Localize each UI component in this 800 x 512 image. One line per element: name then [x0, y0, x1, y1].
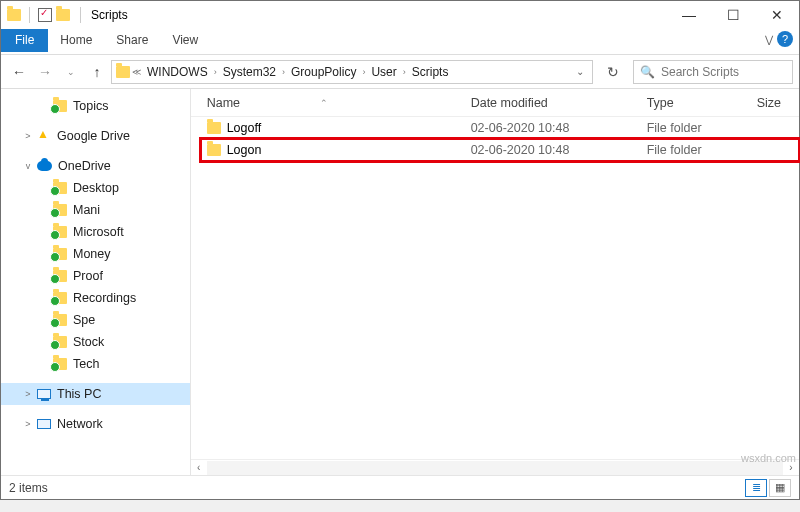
tree-item-label: Stock	[73, 335, 104, 349]
tree-item[interactable]: Spe	[1, 309, 190, 331]
tree-item-label: This PC	[57, 387, 101, 401]
qat-properties-icon[interactable]	[38, 8, 52, 22]
crumb[interactable]: WINDOWS	[143, 65, 212, 79]
tree-item[interactable]: Microsoft	[1, 221, 190, 243]
crumb[interactable]: System32	[219, 65, 280, 79]
expand-icon[interactable]: v	[23, 161, 33, 171]
tree-item[interactable]: Money	[1, 243, 190, 265]
sort-caret-icon: ⌃	[320, 98, 328, 108]
help-icon[interactable]: ?	[777, 31, 793, 47]
maximize-button[interactable]: ☐	[711, 1, 755, 29]
file-tab[interactable]: File	[1, 29, 48, 52]
search-icon: 🔍	[640, 65, 655, 79]
file-name: Logoff	[227, 121, 262, 135]
col-size[interactable]: Size	[751, 96, 799, 110]
tree-item-label: Mani	[73, 203, 100, 217]
separator	[29, 7, 30, 23]
forward-button[interactable]: →	[33, 60, 57, 84]
tree-item[interactable]: Stock	[1, 331, 190, 353]
tree-item-label: Microsoft	[73, 225, 124, 239]
status-bar: 2 items ≣ ▦	[1, 475, 799, 499]
view-details-icon[interactable]: ≣	[745, 479, 767, 497]
tree-item[interactable]: Tech	[1, 353, 190, 375]
tree-item-label: Desktop	[73, 181, 119, 195]
address-bar[interactable]: ≪ WINDOWS› System32› GroupPolicy› User› …	[111, 60, 593, 84]
address-dropdown-icon[interactable]: ⌄	[576, 66, 584, 77]
file-row[interactable]: Logon 02-06-2020 10:48 File folder	[201, 139, 799, 161]
qat-newfolder-icon[interactable]	[56, 9, 70, 21]
item-count: 2 items	[9, 481, 48, 495]
folder-icon	[207, 144, 221, 156]
tree-item-label: Tech	[73, 357, 99, 371]
tree-item[interactable]: v OneDrive	[1, 155, 190, 177]
chevron-right-icon[interactable]: ›	[401, 67, 408, 77]
tree-item-label: Recordings	[73, 291, 136, 305]
file-name: Logon	[227, 143, 262, 157]
back-button[interactable]: ←	[7, 60, 31, 84]
ribbon-collapse-icon[interactable]: ⋁	[765, 34, 773, 45]
col-date[interactable]: Date modified	[465, 96, 641, 110]
expand-icon[interactable]: >	[23, 131, 33, 141]
up-button[interactable]: ↑	[85, 60, 109, 84]
ribbon: File Home Share View ⋁ ?	[1, 29, 799, 55]
view-large-icon[interactable]: ▦	[769, 479, 791, 497]
tree-item[interactable]: > Google Drive	[1, 125, 190, 147]
watermark: wsxdn.com	[741, 452, 796, 464]
quick-access-toolbar	[7, 7, 70, 23]
crumb[interactable]: User	[367, 65, 400, 79]
tree-item-label: Money	[73, 247, 111, 261]
file-list: Name⌃ Date modified Type Size Logoff 02-…	[191, 89, 799, 475]
tree-item-label: Proof	[73, 269, 103, 283]
chevron-left-icon[interactable]: ≪	[130, 67, 143, 77]
chevron-right-icon[interactable]: ›	[212, 67, 219, 77]
address-icon	[116, 66, 130, 78]
col-name[interactable]: Name⌃	[201, 96, 465, 110]
tab-share[interactable]: Share	[104, 29, 160, 52]
tree-item-label: Spe	[73, 313, 95, 327]
tree-item[interactable]: Topics	[1, 95, 190, 117]
window-title: Scripts	[91, 8, 128, 22]
title-bar[interactable]: Scripts — ☐ ✕	[1, 1, 799, 29]
search-input[interactable]: 🔍 Search Scripts	[633, 60, 793, 84]
app-icon	[7, 9, 21, 21]
expand-icon[interactable]: >	[23, 419, 33, 429]
nav-bar: ← → ⌄ ↑ ≪ WINDOWS› System32› GroupPolicy…	[1, 55, 799, 89]
folder-icon	[207, 122, 221, 134]
tree-item[interactable]: Proof	[1, 265, 190, 287]
tree-item[interactable]: > Network	[1, 413, 190, 435]
file-type: File folder	[641, 143, 751, 157]
tree-item-label: Google Drive	[57, 129, 130, 143]
crumb[interactable]: GroupPolicy	[287, 65, 360, 79]
tree-item[interactable]: Mani	[1, 199, 190, 221]
tree-item-label: Topics	[73, 99, 108, 113]
crumb[interactable]: Scripts	[408, 65, 453, 79]
file-type: File folder	[641, 121, 751, 135]
chevron-right-icon[interactable]: ›	[280, 67, 287, 77]
tab-view[interactable]: View	[160, 29, 210, 52]
nav-tree[interactable]: Topics > Google Drive v OneDrive Desktop…	[1, 89, 191, 475]
expand-icon[interactable]: >	[23, 389, 33, 399]
file-date: 02-06-2020 10:48	[465, 121, 641, 135]
minimize-button[interactable]: —	[667, 1, 711, 29]
tree-item-label: OneDrive	[58, 159, 111, 173]
horizontal-scrollbar[interactable]: ‹ ›	[191, 459, 799, 475]
recent-dropdown-icon[interactable]: ⌄	[59, 60, 83, 84]
scroll-left-icon[interactable]: ‹	[191, 462, 207, 473]
search-placeholder: Search Scripts	[661, 65, 739, 79]
separator	[80, 7, 81, 23]
col-type[interactable]: Type	[641, 96, 751, 110]
tree-item-label: Network	[57, 417, 103, 431]
tree-item[interactable]: > This PC	[1, 383, 190, 405]
tree-item[interactable]: Recordings	[1, 287, 190, 309]
tab-home[interactable]: Home	[48, 29, 104, 52]
refresh-button[interactable]: ↻	[601, 60, 625, 84]
scroll-track[interactable]	[207, 461, 783, 475]
explorer-window: Scripts — ☐ ✕ File Home Share View ⋁ ? ←…	[0, 0, 800, 500]
tree-item[interactable]: Desktop	[1, 177, 190, 199]
file-row[interactable]: Logoff 02-06-2020 10:48 File folder	[201, 117, 799, 139]
rows-container: Logoff 02-06-2020 10:48 File folder Logo…	[191, 117, 799, 161]
file-date: 02-06-2020 10:48	[465, 143, 641, 157]
column-headers: Name⌃ Date modified Type Size	[191, 89, 799, 117]
chevron-right-icon[interactable]: ›	[360, 67, 367, 77]
close-button[interactable]: ✕	[755, 1, 799, 29]
